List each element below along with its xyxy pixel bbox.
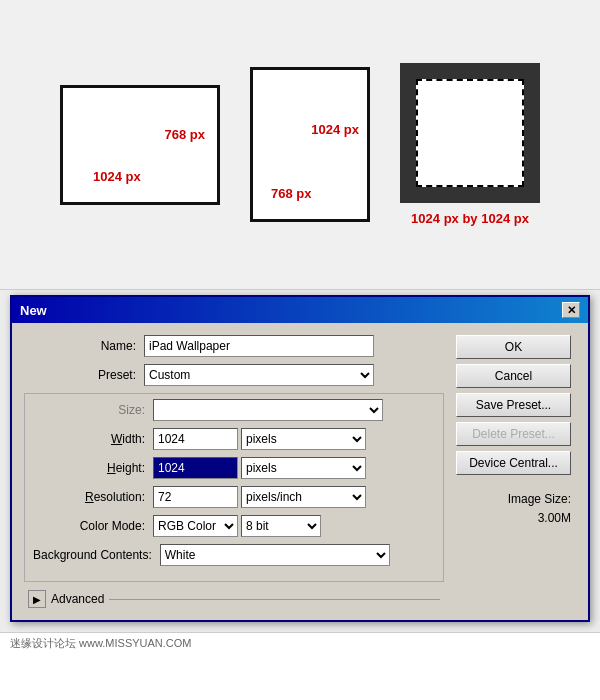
advanced-toggle[interactable]: ▶ xyxy=(28,590,46,608)
preset-group: Size: Width: pixels xyxy=(24,393,444,582)
resolution-unit-select[interactable]: pixels/inch xyxy=(241,486,366,508)
portrait-canvas-box: 1024 px 768 px xyxy=(250,67,370,222)
color-mode-row: Color Mode: RGB Color 8 bit xyxy=(33,515,435,537)
watermark-text: 迷缘设计论坛 www.MISSYUAN.COM xyxy=(10,636,192,651)
illustration-area: 768 px 1024 px 1024 px 768 px 1024 px by… xyxy=(0,0,600,290)
dialog-titlebar: New ✕ xyxy=(12,297,588,323)
preset-label: Preset: xyxy=(24,368,144,382)
size-label: Size: xyxy=(33,403,153,417)
portrait-frame: 1024 px 768 px xyxy=(250,67,370,222)
square-canvas-box: 1024 px by 1024 px xyxy=(400,63,540,226)
dialog-buttons: OK Cancel Save Preset... Delete Preset..… xyxy=(456,335,576,608)
name-input[interactable] xyxy=(144,335,374,357)
height-row: Height: pixels xyxy=(33,457,435,479)
device-central-button[interactable]: Device Central... xyxy=(456,451,571,475)
width-input[interactable] xyxy=(153,428,238,450)
dialog-close-button[interactable]: ✕ xyxy=(562,302,580,318)
landscape-width-label: 768 px xyxy=(165,127,205,142)
resolution-row: Resolution: pixels/inch xyxy=(33,486,435,508)
image-size-label: Image Size: xyxy=(456,490,571,509)
height-label: Height: xyxy=(33,461,153,475)
width-row: Width: pixels xyxy=(33,428,435,450)
square-caption: 1024 px by 1024 px xyxy=(411,211,529,226)
portrait-width-label: 1024 px xyxy=(311,122,359,137)
portrait-height-label: 768 px xyxy=(271,186,311,201)
size-select[interactable] xyxy=(153,399,383,421)
cancel-button[interactable]: Cancel xyxy=(456,364,571,388)
color-mode-select[interactable]: RGB Color xyxy=(153,515,238,537)
ok-button[interactable]: OK xyxy=(456,335,571,359)
bit-depth-select[interactable]: 8 bit xyxy=(241,515,321,537)
width-unit-select[interactable]: pixels xyxy=(241,428,366,450)
image-size-value: 3.00M xyxy=(456,509,571,528)
landscape-canvas-box: 768 px 1024 px xyxy=(60,85,220,205)
new-dialog: New ✕ Name: Preset: Custom xyxy=(10,295,590,622)
height-unit-select[interactable]: pixels xyxy=(241,457,366,479)
bg-contents-select[interactable]: White xyxy=(160,544,390,566)
square-inner xyxy=(416,79,524,187)
name-label: Name: xyxy=(24,339,144,353)
landscape-frame: 768 px 1024 px xyxy=(60,85,220,205)
advanced-divider xyxy=(109,599,440,600)
watermark-bar: 迷缘设计论坛 www.MISSYUAN.COM xyxy=(0,632,600,654)
landscape-height-label: 1024 px xyxy=(93,169,141,184)
width-label: Width: xyxy=(33,432,153,446)
preset-row: Preset: Custom xyxy=(24,364,444,386)
delete-preset-button: Delete Preset... xyxy=(456,422,571,446)
bg-contents-label: Background Contents: xyxy=(33,548,160,562)
dialog-body: Name: Preset: Custom Size: xyxy=(12,323,588,620)
resolution-input[interactable] xyxy=(153,486,238,508)
resolution-label: Resolution: xyxy=(33,490,153,504)
advanced-label: Advanced xyxy=(51,592,104,606)
square-frame xyxy=(400,63,540,203)
color-mode-label: Color Mode: xyxy=(33,519,153,533)
advanced-row: ▶ Advanced xyxy=(24,590,444,608)
image-size-area: Image Size: 3.00M xyxy=(456,490,576,528)
dialog-title: New xyxy=(20,303,47,318)
save-preset-button[interactable]: Save Preset... xyxy=(456,393,571,417)
dialog-form: Name: Preset: Custom Size: xyxy=(24,335,444,608)
size-row: Size: xyxy=(33,399,435,421)
dialog-overlay: New ✕ Name: Preset: Custom xyxy=(0,290,600,632)
bg-contents-row: Background Contents: White xyxy=(33,544,435,566)
height-input[interactable] xyxy=(153,457,238,479)
preset-select[interactable]: Custom xyxy=(144,364,374,386)
name-row: Name: xyxy=(24,335,444,357)
